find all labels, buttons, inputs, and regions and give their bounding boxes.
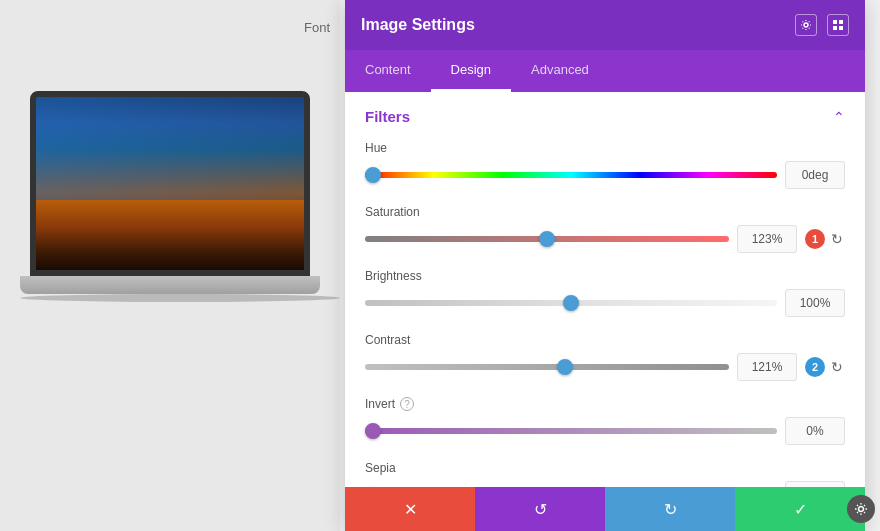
slider-hue[interactable]	[365, 165, 777, 185]
filter-controls-brightness	[365, 289, 845, 317]
saturation-badge: 1	[805, 229, 825, 249]
filter-label-invert: Invert ?	[365, 397, 845, 411]
bottom-toolbar: ✕ ↺ ↻ ✓	[345, 487, 865, 531]
slider-track-saturation	[365, 236, 729, 242]
saturation-badge-reset: 1 ↻	[805, 229, 845, 249]
slider-track-brightness	[365, 300, 777, 306]
slider-thumb-contrast[interactable]	[557, 359, 573, 375]
laptop-base	[20, 276, 320, 294]
svg-point-5	[859, 507, 864, 512]
invert-help-icon[interactable]: ?	[400, 397, 414, 411]
saturation-reset-button[interactable]: ↻	[829, 229, 845, 249]
slider-sepia[interactable]	[365, 485, 777, 487]
settings-icon[interactable]	[795, 14, 817, 36]
redo-button[interactable]: ↻	[605, 487, 735, 531]
slider-thumb-saturation[interactable]	[539, 231, 555, 247]
left-area: Font	[0, 0, 340, 531]
save-button[interactable]: ✓	[735, 487, 865, 531]
slider-invert[interactable]	[365, 421, 777, 441]
panel-body: Filters ⌃ Hue	[345, 92, 865, 487]
contrast-reset-button[interactable]: ↻	[829, 357, 845, 377]
filter-label-saturation: Saturation	[365, 205, 845, 219]
filter-label-contrast: Contrast	[365, 333, 845, 347]
slider-saturation[interactable]	[365, 229, 729, 249]
svg-rect-4	[839, 26, 843, 30]
filter-controls-hue	[365, 161, 845, 189]
slider-thumb-brightness[interactable]	[563, 295, 579, 311]
font-label: Font	[304, 20, 330, 35]
section-header: Filters ⌃	[365, 108, 845, 125]
filter-row-sepia: Sepia	[365, 461, 845, 487]
filters-section: Filters ⌃ Hue	[345, 92, 865, 487]
sepia-value-input[interactable]	[785, 481, 845, 487]
laptop-shadow	[20, 294, 340, 302]
hue-value-input[interactable]	[785, 161, 845, 189]
section-title: Filters	[365, 108, 410, 125]
slider-thumb-hue[interactable]	[365, 167, 381, 183]
reset-button[interactable]: ↺	[475, 487, 605, 531]
gear-bottom-button[interactable]	[847, 495, 875, 523]
slider-track-hue	[365, 172, 777, 178]
slider-track-invert	[365, 428, 777, 434]
svg-point-0	[804, 23, 808, 27]
filter-controls-saturation: 1 ↻	[365, 225, 845, 253]
svg-rect-1	[833, 20, 837, 24]
tab-design[interactable]: Design	[431, 50, 511, 92]
grid-icon[interactable]	[827, 14, 849, 36]
svg-rect-2	[839, 20, 843, 24]
contrast-value-input[interactable]	[737, 353, 797, 381]
panel-header: Image Settings	[345, 0, 865, 50]
filter-label-sepia: Sepia	[365, 461, 845, 475]
slider-thumb-invert[interactable]	[365, 423, 381, 439]
laptop-screen	[30, 91, 310, 276]
slider-brightness[interactable]	[365, 293, 777, 313]
invert-value-input[interactable]	[785, 417, 845, 445]
brightness-value-input[interactable]	[785, 289, 845, 317]
filter-controls-invert	[365, 417, 845, 445]
contrast-badge: 2	[805, 357, 825, 377]
filter-row-brightness: Brightness	[365, 269, 845, 317]
tab-advanced[interactable]: Advanced	[511, 50, 609, 92]
panel-header-icons	[795, 14, 849, 36]
slider-track-contrast	[365, 364, 729, 370]
image-settings-panel: Image Settings Content Design Advanced	[345, 0, 865, 531]
tabs: Content Design Advanced	[345, 50, 865, 92]
filter-row-contrast: Contrast 2 ↻	[365, 333, 845, 381]
saturation-value-input[interactable]	[737, 225, 797, 253]
laptop-container	[20, 91, 320, 471]
filter-row-hue: Hue	[365, 141, 845, 189]
panel-title: Image Settings	[361, 16, 475, 34]
slider-contrast[interactable]	[365, 357, 729, 377]
filter-row-invert: Invert ?	[365, 397, 845, 445]
filter-controls-contrast: 2 ↻	[365, 353, 845, 381]
cancel-button[interactable]: ✕	[345, 487, 475, 531]
filter-label-brightness: Brightness	[365, 269, 845, 283]
filter-controls-sepia	[365, 481, 845, 487]
section-collapse-button[interactable]: ⌃	[833, 109, 845, 125]
contrast-badge-reset: 2 ↻	[805, 357, 845, 377]
tab-content[interactable]: Content	[345, 50, 431, 92]
filter-label-hue: Hue	[365, 141, 845, 155]
filter-row-saturation: Saturation 1 ↻	[365, 205, 845, 253]
svg-rect-3	[833, 26, 837, 30]
